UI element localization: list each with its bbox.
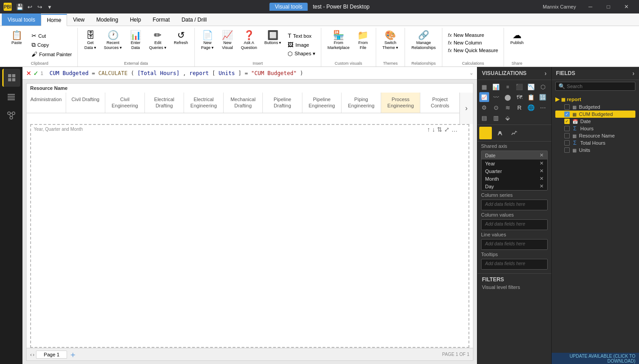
viz-icon-ribbon[interactable]: 〰 — [491, 92, 501, 102]
viz-icon-100-bar[interactable]: ⬛ — [514, 82, 524, 92]
viz-icon-scatter[interactable]: ⬤ — [503, 92, 513, 102]
page-1-tab[interactable]: Page 1 — [36, 351, 67, 359]
copy-button[interactable]: ⧉Copy — [30, 40, 74, 49]
quarter-remove-button[interactable]: ✕ — [540, 168, 544, 174]
sort-desc-icon[interactable]: ↓ — [432, 126, 435, 133]
nav-prev-icon[interactable]: ‹ — [30, 352, 32, 357]
sidebar-data-view[interactable] — [2, 88, 20, 106]
text-box-button[interactable]: TText box — [286, 31, 317, 40]
fields-panel-expand-button[interactable]: › — [632, 70, 634, 77]
paste-button[interactable]: 📋 Paste — [5, 30, 28, 46]
year-remove-button[interactable]: ✕ — [540, 160, 544, 166]
month-remove-button[interactable]: ✕ — [540, 176, 544, 182]
switch-theme-button[interactable]: 🎨 SwitchTheme ▾ — [380, 30, 401, 51]
add-page-button[interactable]: ＋ — [69, 349, 77, 360]
new-page-button[interactable]: 📄 NewPage ▾ — [198, 30, 217, 51]
refresh-button[interactable]: ↺ Refresh — [171, 30, 191, 46]
total-hours-checkbox[interactable] — [564, 140, 570, 146]
tab-format[interactable]: Format — [147, 13, 176, 26]
date-year-item[interactable]: Year ✕ — [482, 160, 547, 167]
new-quick-measure-button[interactable]: fxNew Quick Measure — [446, 47, 500, 54]
viz-icon-matrix[interactable]: ⚙ — [479, 102, 489, 112]
nav-next-icon[interactable]: › — [33, 352, 35, 357]
qa-dropdown-icon[interactable]: ▾ — [45, 2, 54, 11]
from-marketplace-button[interactable]: 🏪 FromMarketplace — [325, 30, 352, 51]
new-column-button[interactable]: fxNew Column — [446, 39, 500, 46]
buttons-button[interactable]: 🔲 Buttons ▾ — [261, 30, 284, 46]
col-header-admin[interactable]: Administration — [27, 93, 66, 113]
cum-budgeted-checkbox[interactable]: ✓ — [564, 111, 570, 117]
hours-checkbox[interactable] — [564, 126, 570, 131]
visual-tools-tab[interactable]: Visual tools — [270, 3, 308, 11]
publish-button[interactable]: ☁ Publish — [508, 30, 526, 46]
formula-check-button[interactable]: ✓ — [33, 70, 39, 77]
viz-icon-clustered-column[interactable]: 📊 — [491, 82, 501, 92]
viz-icon-slicer[interactable]: ▤ — [479, 113, 489, 123]
image-button[interactable]: 🖼Image — [286, 40, 317, 49]
undo-icon[interactable]: ↩ — [25, 2, 34, 11]
recent-sources-button[interactable]: 🕐 RecentSources ▾ — [101, 30, 125, 51]
viz-icon-card[interactable]: ≋ — [503, 102, 513, 112]
field-hours[interactable]: Σ Hours — [555, 125, 635, 132]
enter-data-button[interactable]: 📊 EnterData — [126, 30, 144, 51]
sort-expand-icon[interactable]: ⇅ — [437, 126, 442, 133]
day-remove-button[interactable]: ✕ — [540, 183, 544, 189]
tab-help[interactable]: Help — [124, 13, 147, 26]
minimize-button[interactable]: ─ — [581, 0, 599, 13]
viz-panel-expand-button[interactable]: › — [544, 70, 547, 77]
field-total-hours[interactable]: Σ Total Hours — [555, 139, 635, 146]
viz-icon-gauge[interactable]: ▥ — [491, 113, 501, 123]
viz-icon-more[interactable]: ⋯ — [538, 102, 548, 112]
col-header-civil-eng[interactable]: CivilEngineering — [105, 93, 145, 113]
ask-question-button[interactable]: ❓ Ask AQuestion — [238, 30, 260, 51]
col-header-process-eng[interactable]: ProcessEngineering — [381, 93, 421, 113]
viz-fields-tab[interactable] — [479, 127, 492, 139]
formula-text[interactable]: CUM Budgeted = CALCULATE ( [Total Hours]… — [50, 70, 468, 76]
update-banner[interactable]: UPDATE AVAILABLE (CLICK TO DOWNLOAD) — [552, 353, 639, 364]
field-resource-name[interactable]: ▦ Resource Name — [555, 132, 635, 139]
format-painter-button[interactable]: 🖌Format Painter — [30, 50, 74, 58]
cut-button[interactable]: ✂Cut — [30, 31, 74, 40]
budgeted-checkbox[interactable] — [564, 104, 570, 110]
maximize-button[interactable]: □ — [599, 0, 617, 13]
viz-icon-map[interactable]: 🗺 — [514, 92, 524, 102]
formula-close-button[interactable]: ✕ — [26, 70, 32, 77]
viz-icon-stacked-bar[interactable]: ▦ — [479, 82, 489, 92]
viz-icon-line-column[interactable]: 📈 — [479, 92, 489, 102]
viz-icon-line[interactable]: 📉 — [526, 82, 536, 92]
col-header-elec-eng[interactable]: ElectricalEngineering — [184, 93, 224, 113]
date-field-remove-button[interactable]: ✕ — [540, 152, 544, 158]
viz-icon-area[interactable]: ⬡ — [538, 82, 548, 92]
tab-modeling[interactable]: Modeling — [90, 13, 124, 26]
save-icon[interactable]: 💾 — [15, 2, 24, 11]
focus-mode-icon[interactable]: ⤢ — [444, 126, 450, 133]
viz-icon-r-visual[interactable]: R — [514, 102, 524, 112]
tab-visual-tools[interactable]: Visual tools — [2, 13, 41, 26]
col-header-civil-drafting[interactable]: Civil Drafting — [66, 93, 106, 113]
field-budgeted[interactable]: ▦ Budgeted — [555, 103, 635, 111]
field-date[interactable]: ✓ 📅 Date — [555, 118, 635, 125]
shapes-button[interactable]: ⬡Shapes ▾ — [286, 49, 317, 58]
redo-icon[interactable]: ↪ — [35, 2, 44, 11]
sidebar-report-view[interactable] — [2, 69, 20, 87]
field-units[interactable]: ▦ Units — [555, 146, 635, 154]
col-header-mech-drafting[interactable]: MechanicalDrafting — [224, 93, 263, 113]
viz-icon-stacked-column[interactable]: ≡ — [503, 82, 513, 92]
col-header-pipeline-eng[interactable]: PipelineEngineering — [302, 93, 342, 113]
sort-asc-icon[interactable]: ↑ — [427, 126, 430, 133]
sidebar-model-view[interactable] — [2, 107, 20, 124]
viz-icon-funnel[interactable]: ⬙ — [503, 113, 513, 123]
field-cum-budgeted[interactable]: ✓ ▦ CUM Budgeted — [555, 111, 635, 118]
get-data-button[interactable]: 🗄 GetData ▾ — [81, 30, 99, 51]
tab-home[interactable]: Home — [41, 14, 67, 26]
viz-analytics-tab[interactable] — [508, 127, 521, 139]
date-day-item[interactable]: Day ✕ — [482, 182, 547, 190]
resource-name-checkbox[interactable] — [564, 133, 570, 138]
close-button[interactable]: ✕ — [617, 0, 635, 13]
fields-search-input[interactable] — [567, 84, 632, 89]
date-checkbox[interactable]: ✓ — [564, 119, 570, 124]
viz-icon-kpi[interactable]: ⊙ — [491, 102, 501, 112]
tab-view[interactable]: View — [67, 13, 90, 26]
date-quarter-item[interactable]: Quarter ✕ — [482, 167, 547, 175]
tab-data-drill[interactable]: Data / Drill — [176, 13, 212, 26]
